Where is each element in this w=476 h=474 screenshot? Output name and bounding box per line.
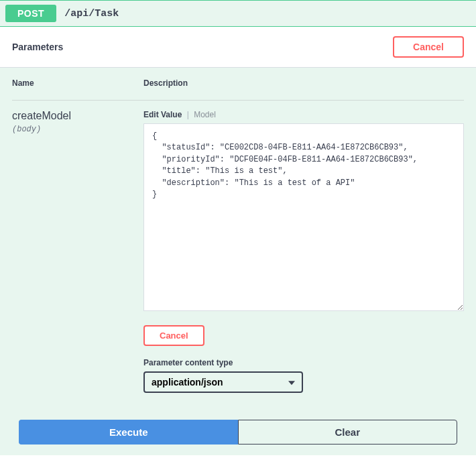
parameter-editor: Edit Value | Model Cancel Parameter cont… [143, 110, 464, 393]
cancel-tryout-button[interactable]: Cancel [393, 36, 464, 58]
column-header-description: Description [143, 78, 188, 88]
http-method-badge: POST [5, 5, 56, 22]
parameter-name: createModel [12, 110, 143, 122]
content-type-select[interactable]: application/json [143, 371, 303, 393]
cancel-edit-button[interactable]: Cancel [143, 325, 204, 346]
parameter-name-cell: createModel (body) [12, 110, 143, 393]
editor-tabs: Edit Value | Model [143, 110, 464, 119]
parameter-row: createModel (body) Edit Value | Model Ca… [12, 110, 464, 393]
execute-button[interactable]: Execute [19, 420, 238, 445]
parameters-section: Name Description createModel (body) Edit… [0, 68, 476, 413]
clear-button[interactable]: Clear [238, 420, 458, 445]
request-body-textarea[interactable] [143, 123, 464, 311]
action-buttons-row: Execute Clear [0, 413, 476, 455]
parameter-column-headers: Name Description [12, 78, 464, 101]
parameters-bar: Parameters Cancel [0, 27, 476, 68]
endpoint-path: /api/Task [64, 8, 119, 19]
tab-edit-value[interactable]: Edit Value [143, 110, 182, 119]
parameter-location: (body) [12, 125, 143, 134]
column-header-name: Name [12, 78, 143, 88]
parameters-title: Parameters [12, 42, 63, 52]
api-operation-panel: POST /api/Task Parameters Cancel Name De… [0, 0, 476, 455]
tab-model[interactable]: Model [194, 110, 216, 119]
content-type-label: Parameter content type [143, 358, 464, 367]
content-type-select-wrap: application/json [143, 371, 303, 393]
tab-separator: | [187, 110, 189, 119]
endpoint-header[interactable]: POST /api/Task [0, 0, 476, 27]
